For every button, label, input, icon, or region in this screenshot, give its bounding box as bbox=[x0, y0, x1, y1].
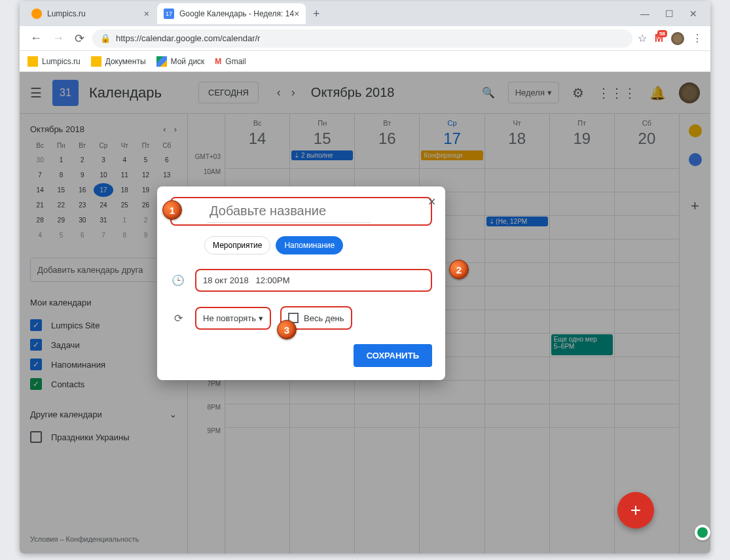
next-icon[interactable]: › bbox=[174, 124, 177, 134]
mini-day[interactable]: 30 bbox=[73, 213, 92, 227]
repeat-selector[interactable]: Не повторять ▾ bbox=[195, 307, 271, 330]
minimize-icon[interactable]: — bbox=[640, 9, 649, 19]
footer-links[interactable]: Условия – Конфиденциальность bbox=[30, 535, 177, 543]
save-button[interactable]: СОХРАНИТЬ bbox=[354, 344, 432, 367]
browser-tab-2[interactable]: 17 Google Календарь - Неделя: 14 × bbox=[157, 3, 306, 24]
calendar-item-contacts[interactable]: ✓Contacts bbox=[30, 374, 177, 394]
day-column[interactable]: Ср17Конференци bbox=[419, 114, 484, 168]
gmail-icon[interactable]: M58 bbox=[655, 33, 663, 44]
bell-icon[interactable]: 🔔 bbox=[649, 85, 666, 101]
mini-day[interactable]: 18 bbox=[115, 183, 134, 197]
mini-day[interactable]: 21 bbox=[30, 198, 50, 212]
mini-calendar[interactable]: ВсПнВтСрЧтПтСб30123456789101112131415161… bbox=[30, 139, 177, 242]
mini-day[interactable]: 2 bbox=[73, 153, 92, 167]
checkbox-icon[interactable] bbox=[30, 431, 42, 443]
mini-day[interactable]: 23 bbox=[73, 198, 92, 212]
mini-day[interactable]: 29 bbox=[51, 213, 71, 227]
bookmark-gmail[interactable]: MGmail bbox=[215, 57, 246, 66]
checkbox-icon[interactable]: ✓ bbox=[30, 319, 42, 331]
mini-day[interactable]: 8 bbox=[115, 228, 134, 242]
apps-grid-icon[interactable]: ⋮⋮⋮ bbox=[597, 85, 636, 101]
create-fab[interactable]: + bbox=[617, 492, 654, 529]
mini-day[interactable]: 1 bbox=[115, 213, 134, 227]
mini-day[interactable]: 6 bbox=[73, 228, 92, 242]
search-icon[interactable]: 🔍 bbox=[482, 86, 495, 99]
event-chip[interactable]: Конференци bbox=[421, 150, 483, 160]
mini-day[interactable]: 5 bbox=[136, 153, 155, 167]
mini-day[interactable]: 15 bbox=[51, 183, 71, 197]
close-icon[interactable]: ✕ bbox=[428, 196, 436, 208]
mini-day[interactable]: 19 bbox=[136, 183, 155, 197]
tab-close-icon[interactable]: × bbox=[294, 9, 299, 19]
forward-icon[interactable]: → bbox=[50, 29, 67, 48]
star-icon[interactable]: ☆ bbox=[638, 32, 647, 44]
back-icon[interactable]: ← bbox=[27, 29, 45, 48]
day-column[interactable]: Вт16 bbox=[354, 114, 419, 168]
mini-day[interactable]: 14 bbox=[30, 183, 50, 197]
add-friend-calendar-input[interactable]: Добавить календарь друга+ bbox=[30, 258, 177, 282]
tasks-icon[interactable] bbox=[689, 153, 702, 166]
day-column[interactable]: Сб20 bbox=[614, 114, 679, 168]
menu-dots-icon[interactable]: ⋮ bbox=[692, 32, 703, 44]
mini-day[interactable]: 24 bbox=[94, 198, 113, 212]
hour-column[interactable]: Еще одно мер5–6PM bbox=[549, 168, 614, 553]
chip-event[interactable]: Мероприятие bbox=[204, 236, 270, 254]
mini-day[interactable]: 7 bbox=[30, 168, 50, 182]
today-button[interactable]: СЕГОДНЯ bbox=[198, 82, 259, 103]
add-addon-icon[interactable]: + bbox=[691, 198, 699, 215]
hamburger-icon[interactable]: ☰ bbox=[30, 85, 42, 101]
event-chip[interactable]: ⇣ 2 выполне bbox=[291, 150, 353, 160]
calendar-item-holidays[interactable]: Праздники Украины bbox=[30, 427, 177, 447]
prev-icon[interactable]: ‹ bbox=[277, 86, 281, 99]
checkbox-icon[interactable]: ✓ bbox=[30, 359, 42, 370]
mini-day[interactable]: 10 bbox=[94, 168, 113, 182]
calendar-item-lumpics[interactable]: ✓Lumpics Site bbox=[30, 315, 177, 335]
mini-day[interactable]: 4 bbox=[115, 153, 134, 167]
day-column[interactable]: Пн15⇣ 2 выполне bbox=[289, 114, 354, 168]
reload-icon[interactable]: ⟳ bbox=[72, 29, 87, 48]
event[interactable]: Еще одно мер5–6PM bbox=[551, 334, 613, 355]
mini-day[interactable]: 8 bbox=[51, 168, 71, 182]
mini-day[interactable]: 4 bbox=[30, 228, 50, 242]
checkbox-icon[interactable]: ✓ bbox=[30, 339, 42, 351]
mini-day[interactable]: 22 bbox=[51, 198, 71, 212]
mini-day[interactable]: 5 bbox=[51, 228, 71, 242]
mini-day[interactable]: 25 bbox=[115, 198, 134, 212]
prev-icon[interactable]: ‹ bbox=[163, 124, 166, 134]
hour-column[interactable]: ⇣ (Не, 12PM bbox=[484, 168, 549, 553]
mini-day[interactable]: 3 bbox=[94, 153, 113, 167]
gear-icon[interactable]: ⚙ bbox=[572, 85, 584, 101]
chip-reminder[interactable]: Напоминание bbox=[276, 236, 343, 254]
day-column[interactable]: Вс14 bbox=[225, 114, 289, 168]
url-field[interactable]: 🔒 https://calendar.google.com/calendar/r bbox=[92, 29, 632, 48]
user-avatar[interactable] bbox=[679, 82, 700, 103]
view-selector[interactable]: Неделя ▾ bbox=[508, 82, 559, 103]
bookmark-lumpics[interactable]: Lumpics.ru bbox=[27, 56, 81, 67]
mini-day[interactable]: 6 bbox=[157, 153, 177, 167]
calendar-item-tasks[interactable]: ✓Задачи bbox=[30, 335, 177, 355]
mini-day[interactable]: 11 bbox=[115, 168, 134, 182]
mini-day[interactable]: 9 bbox=[73, 168, 92, 182]
calendar-item-reminders[interactable]: ✓Напоминания bbox=[30, 355, 177, 374]
day-column[interactable]: Пт19 bbox=[549, 114, 614, 168]
checkbox-icon[interactable]: ✓ bbox=[30, 378, 42, 390]
mini-day[interactable]: 12 bbox=[136, 168, 155, 182]
next-icon[interactable]: › bbox=[291, 86, 295, 99]
mini-day[interactable]: 2 bbox=[136, 213, 155, 227]
mini-day[interactable]: 31 bbox=[94, 213, 113, 227]
maximize-icon[interactable]: ☐ bbox=[665, 9, 674, 19]
mini-day[interactable]: 26 bbox=[136, 198, 155, 212]
day-column[interactable]: Чт18 bbox=[484, 114, 549, 168]
mini-day[interactable]: 30 bbox=[30, 153, 50, 167]
profile-avatar-icon[interactable] bbox=[671, 32, 684, 45]
keep-icon[interactable] bbox=[689, 124, 702, 137]
mini-day[interactable]: 13 bbox=[157, 168, 177, 182]
mini-day[interactable]: 7 bbox=[94, 228, 113, 242]
bookmark-documents[interactable]: Документы bbox=[91, 56, 146, 67]
bookmark-drive[interactable]: Мой диск bbox=[156, 56, 205, 67]
mini-day[interactable]: 28 bbox=[30, 213, 50, 227]
mini-day[interactable]: 16 bbox=[73, 183, 92, 197]
event[interactable]: ⇣ (Не, 12PM bbox=[486, 217, 548, 226]
mini-day[interactable]: 17 bbox=[94, 183, 113, 197]
browser-tab-1[interactable]: Lumpics.ru × bbox=[25, 3, 156, 24]
